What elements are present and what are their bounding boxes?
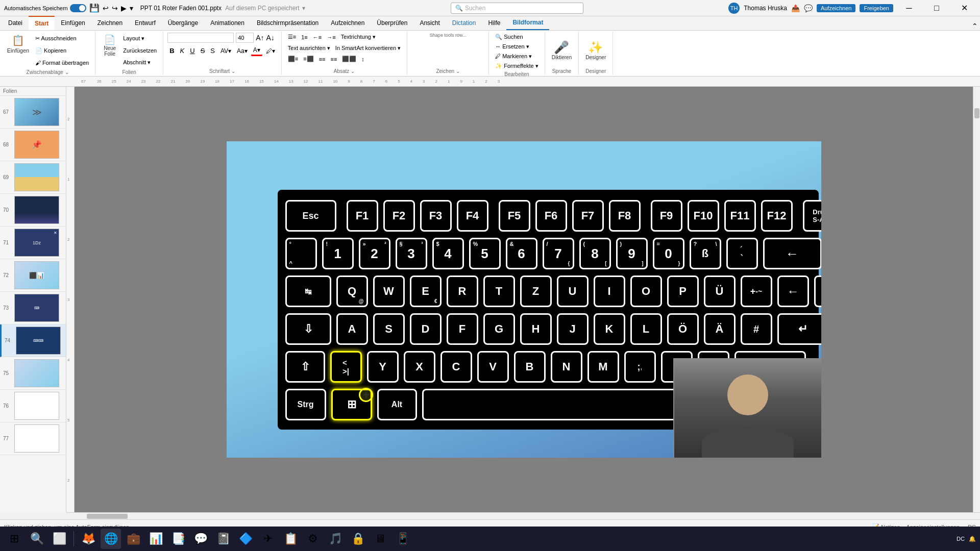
slide-thumb-77[interactable]: 77 bbox=[0, 422, 66, 455]
toolbar-save-icon[interactable]: 💾 bbox=[89, 3, 100, 13]
taskbar-taskview[interactable]: ⬜ bbox=[49, 529, 69, 549]
taskbar-app6[interactable]: ⚙ bbox=[303, 529, 323, 549]
taskbar-teams[interactable]: 💬 bbox=[190, 529, 211, 549]
close-button[interactable]: ✕ bbox=[952, 0, 976, 16]
btn-ausschneiden[interactable]: ✂ Ausschneiden bbox=[33, 34, 91, 43]
btn-underline[interactable]: U bbox=[188, 46, 197, 56]
taskbar-start[interactable]: ⊞ bbox=[4, 529, 24, 549]
btn-abschnitt[interactable]: Abschnitt ▾ bbox=[121, 58, 159, 67]
btn-highlight[interactable]: 🖊▾ bbox=[264, 46, 277, 56]
slide-thumb-73[interactable]: 73 ⌨ bbox=[0, 292, 66, 324]
btn-fontcolor[interactable]: A▾ bbox=[251, 45, 262, 56]
taskbar-firefox[interactable]: 🦊 bbox=[78, 529, 99, 549]
maximize-button[interactable]: □ bbox=[925, 0, 948, 16]
btn-markieren[interactable]: 🖊 Markieren ▾ bbox=[493, 52, 534, 61]
slide-thumb-72[interactable]: 72 ⬛📊 bbox=[0, 259, 66, 292]
btn-textrichtung[interactable]: Textrichtung ▾ bbox=[339, 33, 378, 41]
btn-zuruecksetzen[interactable]: Zurücksetzen bbox=[121, 46, 159, 55]
slide-thumb-70[interactable]: 70 bbox=[0, 194, 66, 227]
tab-bildschirm[interactable]: Bildschirmpräsentation bbox=[251, 16, 325, 30]
canvas-area[interactable]: Esc F1 F2 F3 F4 F5 F6 F7 F8 F9 F10 F11 F… bbox=[75, 87, 973, 512]
toolbar-present-icon[interactable]: ▶ bbox=[121, 4, 127, 12]
btn-align-left[interactable]: ⬛≡ bbox=[286, 55, 300, 63]
btn-strikethrough[interactable]: S bbox=[199, 46, 207, 56]
btn-formeffekt[interactable]: ✨ Formeffekte ▾ bbox=[493, 62, 541, 70]
tab-entwurf[interactable]: Entwurf bbox=[129, 16, 162, 30]
slide-thumb-67[interactable]: 67 ≫ bbox=[0, 96, 66, 129]
btn-align-justify[interactable]: ≡≡ bbox=[329, 55, 339, 63]
toolbar-redo-icon[interactable]: ↪ bbox=[112, 4, 118, 12]
font-size-input[interactable] bbox=[236, 33, 254, 43]
btn-charspacing[interactable]: AV▾ bbox=[218, 46, 233, 56]
taskbar-search[interactable]: 🔍 bbox=[27, 529, 47, 549]
taskbar-notification-icon[interactable]: 🔔 bbox=[969, 536, 976, 542]
font-size-decrease-icon[interactable]: A↓ bbox=[266, 34, 275, 42]
btn-bold[interactable]: B bbox=[167, 46, 176, 56]
slide-thumb-76[interactable]: 76 bbox=[0, 390, 66, 422]
btn-list-number[interactable]: 1≡ bbox=[299, 33, 310, 41]
btn-linespacing[interactable]: ↕ bbox=[359, 55, 366, 63]
btn-layout[interactable]: Layout ▾ bbox=[121, 34, 159, 43]
taskbar-app7[interactable]: 🎵 bbox=[325, 529, 346, 549]
tab-uebergaenge[interactable]: Übergänge bbox=[162, 16, 204, 30]
btn-indent-dec[interactable]: ←≡ bbox=[311, 33, 324, 41]
tab-einfuegen[interactable]: Einfügen bbox=[55, 16, 91, 30]
slide-thumb-74[interactable]: 74 ⌨⌨ bbox=[0, 324, 66, 357]
present-btn[interactable]: Aufzeichnen bbox=[817, 4, 856, 12]
btn-neue-folie[interactable]: 📄 NeueFolie bbox=[100, 33, 120, 68]
btn-format-uebertragen[interactable]: 🖌 Format übertragen bbox=[33, 59, 91, 67]
tab-aufzeichnen[interactable]: Aufzeichnen bbox=[325, 16, 371, 30]
taskbar-powerpoint[interactable]: 📑 bbox=[168, 529, 188, 549]
btn-align-center[interactable]: ≡⬛ bbox=[301, 55, 315, 63]
autosave-toggle-switch[interactable] bbox=[70, 4, 86, 12]
btn-indent-inc[interactable]: →≡ bbox=[325, 33, 337, 41]
tab-hilfe[interactable]: Hilfe bbox=[482, 16, 506, 30]
scrollbar-thumb-h[interactable] bbox=[87, 514, 128, 519]
tab-bildformat[interactable]: Bildformat bbox=[506, 16, 549, 30]
btn-columns[interactable]: ⬛⬛ bbox=[340, 55, 358, 63]
tab-ueberpruefen[interactable]: Überprüfen bbox=[371, 16, 413, 30]
taskbar-app8[interactable]: 🔒 bbox=[348, 529, 368, 549]
taskbar-visio[interactable]: 🔷 bbox=[235, 529, 256, 549]
scrollbar-thumb-v[interactable] bbox=[974, 108, 979, 118]
btn-italic[interactable]: K bbox=[178, 46, 187, 56]
btn-suchen[interactable]: 🔍 Suchen bbox=[493, 33, 525, 41]
btn-shadow[interactable]: S bbox=[208, 46, 217, 56]
collapse-ribbon-icon[interactable]: ⌃ bbox=[972, 22, 978, 30]
share-icon[interactable]: 📤 bbox=[791, 4, 800, 12]
slide-thumb-68[interactable]: 68 📌 bbox=[0, 129, 66, 161]
tab-dictation[interactable]: Dictation bbox=[446, 16, 482, 30]
taskbar-telegram[interactable]: ✈ bbox=[258, 529, 278, 549]
taskbar-app5[interactable]: 📋 bbox=[280, 529, 301, 549]
tab-zeichnen[interactable]: Zeichnen bbox=[91, 16, 129, 30]
tab-start[interactable]: Start bbox=[29, 16, 55, 30]
btn-diktieren[interactable]: 🎤 Diktieren bbox=[549, 39, 574, 62]
btn-einfuegen[interactable]: 📋 Einfügen bbox=[4, 33, 32, 55]
btn-case[interactable]: Aa▾ bbox=[235, 46, 250, 56]
slide-thumb-75[interactable]: 75 bbox=[0, 357, 66, 390]
comments-icon[interactable]: 💬 bbox=[804, 4, 813, 12]
slide-thumb-71[interactable]: 71 ✕ 1Dz bbox=[0, 227, 66, 259]
taskbar-app9[interactable]: 🖥 bbox=[370, 529, 390, 549]
taskbar-onenote[interactable]: 📓 bbox=[213, 529, 233, 549]
font-family-input[interactable] bbox=[167, 33, 234, 43]
taskbar-excel[interactable]: 📊 bbox=[145, 529, 166, 549]
minimize-button[interactable]: ─ bbox=[897, 0, 921, 16]
font-size-increase-icon[interactable]: A↑ bbox=[256, 34, 264, 42]
toolbar-more-icon[interactable]: ▾ bbox=[130, 4, 133, 12]
toolbar-undo-icon[interactable]: ↩ bbox=[103, 4, 109, 12]
btn-designer[interactable]: ✨ Designer bbox=[583, 39, 608, 62]
btn-smartart[interactable]: In SmartArt konvertieren ▾ bbox=[333, 44, 403, 53]
tab-animationen[interactable]: Animationen bbox=[204, 16, 251, 30]
taskbar-chrome[interactable]: 🌐 bbox=[101, 529, 121, 549]
btn-list-bullet[interactable]: ☰≡ bbox=[286, 33, 298, 41]
vertical-scrollbar[interactable] bbox=[973, 87, 980, 512]
tab-datei[interactable]: Datei bbox=[2, 16, 29, 30]
tab-ansicht[interactable]: Ansicht bbox=[413, 16, 446, 30]
btn-kopieren[interactable]: 📄 Kopieren bbox=[33, 46, 91, 55]
share-btn[interactable]: Freigeben bbox=[860, 4, 893, 12]
search-box[interactable]: 🔍 Suchen bbox=[451, 3, 583, 14]
taskbar-outlook[interactable]: 💼 bbox=[123, 529, 143, 549]
taskbar-app10[interactable]: 📱 bbox=[393, 529, 413, 549]
autosave-toggle[interactable]: Automatisches Speichern bbox=[4, 4, 86, 12]
